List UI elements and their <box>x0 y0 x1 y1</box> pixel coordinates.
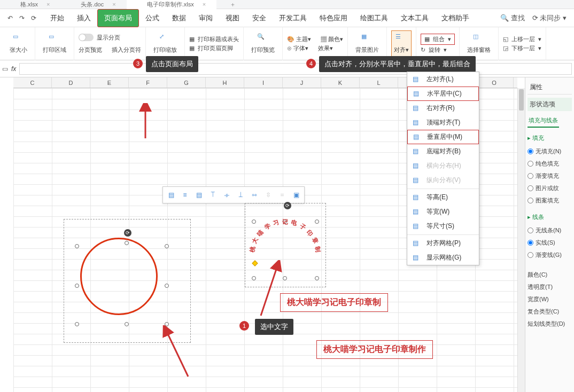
format-property[interactable]: 透明度(T) <box>528 281 572 293</box>
rotate-handle-icon[interactable]: ⟳ <box>124 229 131 237</box>
col-header[interactable]: L <box>360 77 398 88</box>
align-center-icon[interactable]: ≡ <box>179 189 191 201</box>
format-property[interactable]: 复合类型(C) <box>528 305 572 318</box>
align-menu-item[interactable]: ▤底端对齐(B) <box>407 144 479 159</box>
page-size-button[interactable]: ▭张大小 <box>6 31 30 56</box>
print-preview-button[interactable]: 🔍打印预览 <box>248 31 278 56</box>
bg-image-button[interactable]: ▦背景图片 <box>352 31 382 56</box>
doc-tab[interactable]: 格.xlsx× <box>0 0 60 9</box>
rib-tab[interactable]: 文本工具 <box>394 9 435 27</box>
rib-tab-active[interactable]: 页面布局 <box>97 9 139 27</box>
effect-button[interactable]: 效果▾ <box>318 44 333 52</box>
format-option[interactable]: 图片或纹 <box>528 182 572 194</box>
col-header[interactable]: H <box>206 77 244 88</box>
rib-tab[interactable]: 安全 <box>246 9 273 27</box>
align-menu-item[interactable]: ▤左对齐(L) <box>407 72 479 87</box>
refresh-icon[interactable]: ⟳ <box>31 14 36 22</box>
rib-tab[interactable]: 特色应用 <box>313 9 354 27</box>
col-header[interactable]: J <box>283 77 321 88</box>
red-circle-shape[interactable] <box>80 238 158 315</box>
align-option-icon: ▤ <box>413 254 421 262</box>
align-menu-item[interactable]: ▤水平居中(C) <box>407 87 479 101</box>
rotate-button[interactable]: ↻ 旋转▾ <box>421 46 455 54</box>
format-property[interactable]: 短划线类型(D) <box>528 318 572 330</box>
new-tab-button[interactable]: ＋ <box>216 0 249 9</box>
shape-mini-toolbar: ▤ ≡ ▤ ⟙ ⟛ ⟘ ⇿ ⇳ = ▣ <box>162 186 305 203</box>
rib-tab[interactable]: 开始 <box>44 9 71 27</box>
rib-tab[interactable]: 插入 <box>71 9 97 27</box>
align-menu-item[interactable]: ▤等尺寸(S) <box>407 219 479 233</box>
col-header[interactable]: O <box>475 77 514 88</box>
rib-tab[interactable]: 开发工具 <box>273 9 313 27</box>
shape-options-tab[interactable]: 形状选项 <box>530 100 555 108</box>
close-icon[interactable]: × <box>46 1 50 7</box>
rib-tab[interactable]: 绘图工具 <box>354 9 394 27</box>
align-menu-item[interactable]: ▤右对齐(R) <box>407 101 479 115</box>
col-header[interactable]: K <box>321 77 360 88</box>
undo-icon[interactable]: ↶ <box>7 14 13 22</box>
send-backward-button[interactable]: ◲ 下移一层▾ <box>503 44 541 52</box>
group-button[interactable]: ▦ 组合▾ <box>421 34 455 45</box>
align-menu-item[interactable]: ▤显示网格(G) <box>407 250 479 265</box>
doc-tab-active[interactable]: 电子印章制作.xlsx× <box>127 0 216 9</box>
group-icon[interactable]: ▣ <box>290 189 302 201</box>
align-middle-icon[interactable]: ⟛ <box>221 189 232 201</box>
selection-pane-button[interactable]: ◫选择窗格 <box>464 31 494 56</box>
align-menu-item[interactable]: ▤垂直居中(M) <box>407 130 479 144</box>
bring-forward-button[interactable]: ◱ 上移一层▾ <box>503 35 541 43</box>
col-header[interactable]: D <box>52 77 90 88</box>
rib-tab[interactable]: 数据 <box>166 9 192 27</box>
line-heading: ▸ 线条 <box>528 213 572 221</box>
find-button[interactable]: 🔍 查找 <box>500 13 525 23</box>
close-icon[interactable]: × <box>112 1 115 7</box>
col-header[interactable]: F <box>129 77 167 88</box>
sync-status[interactable]: ⟳ 未同步 ▾ <box>532 13 567 23</box>
align-option-icon: ▤ <box>413 162 421 170</box>
align-bottom-icon[interactable]: ⟘ <box>235 189 246 201</box>
align-button[interactable]: ☰对齐▾ <box>391 30 412 57</box>
align-menu-item[interactable]: ▤顶端对齐(T) <box>407 115 479 130</box>
print-header-button[interactable]: ▦ 打印标题或表头 <box>189 35 239 43</box>
font-button[interactable]: ⊙ 字体▾ <box>287 44 308 52</box>
format-option[interactable]: 图案填充 <box>528 194 572 207</box>
format-option[interactable]: 渐变线(G) <box>528 249 572 261</box>
align-left-icon[interactable]: ▤ <box>165 189 177 201</box>
format-option[interactable]: 渐变填充 <box>528 170 572 182</box>
col-header[interactable]: G <box>167 77 206 88</box>
scroll-thumb[interactable] <box>519 89 524 111</box>
col-header[interactable]: I <box>244 77 283 88</box>
pagebreak-preview[interactable]: 分页预览 <box>79 46 102 54</box>
format-property[interactable]: 颜色(C) <box>528 269 572 281</box>
align-menu-item[interactable]: ▤对齐网格(P) <box>407 236 479 250</box>
color-button[interactable]: ▦ 颜色▾ <box>321 35 343 43</box>
print-area-button[interactable]: ▭打印区域 <box>40 31 69 56</box>
print-hf-button[interactable]: ▦ 打印页眉页脚 <box>189 44 239 52</box>
format-option[interactable]: 纯色填充 <box>528 158 572 170</box>
doc-tab[interactable]: 头条.doc× <box>60 0 126 9</box>
close-icon[interactable]: × <box>203 1 206 7</box>
format-property[interactable]: 宽度(W) <box>528 293 572 305</box>
insert-pagebreak[interactable]: 插入分页符 <box>112 46 141 54</box>
format-option[interactable]: 无线条(N) <box>528 224 572 237</box>
fill-line-tab[interactable]: 填充与线条 <box>528 114 559 128</box>
format-pane: 属性 形状选项 填充与线条 ▸ 填充 无填充(N)纯色填充渐变填充图片或纹图案填… <box>525 77 574 392</box>
align-top-icon[interactable]: ⟙ <box>207 189 219 201</box>
format-option[interactable]: 实线(S) <box>528 237 572 249</box>
col-header[interactable]: E <box>90 77 129 88</box>
rib-tab[interactable]: 公式 <box>139 9 166 27</box>
rib-tab[interactable]: 视图 <box>219 9 246 27</box>
formula-input[interactable] <box>19 63 572 75</box>
vertical-scrollbar[interactable] <box>517 88 525 392</box>
rib-tab[interactable]: 文档助手 <box>435 9 476 27</box>
align-menu-item[interactable]: ▤等宽(W) <box>407 205 479 219</box>
theme-button[interactable]: 🎨 主题▾ <box>287 35 311 43</box>
show-pagebreak-toggle[interactable]: 显示分页 <box>79 34 141 42</box>
align-right-icon[interactable]: ▤ <box>193 189 205 201</box>
redo-icon[interactable]: ↷ <box>19 14 25 22</box>
distribute-h-icon[interactable]: ⇿ <box>249 189 260 201</box>
format-option[interactable]: 无填充(N) <box>528 145 572 158</box>
align-menu-item[interactable]: ▤等高(E) <box>407 190 479 205</box>
col-header[interactable]: C <box>13 77 52 88</box>
print-scale-button[interactable]: ⤢打印缩放 <box>150 31 180 56</box>
rib-tab[interactable]: 审阅 <box>192 9 219 27</box>
